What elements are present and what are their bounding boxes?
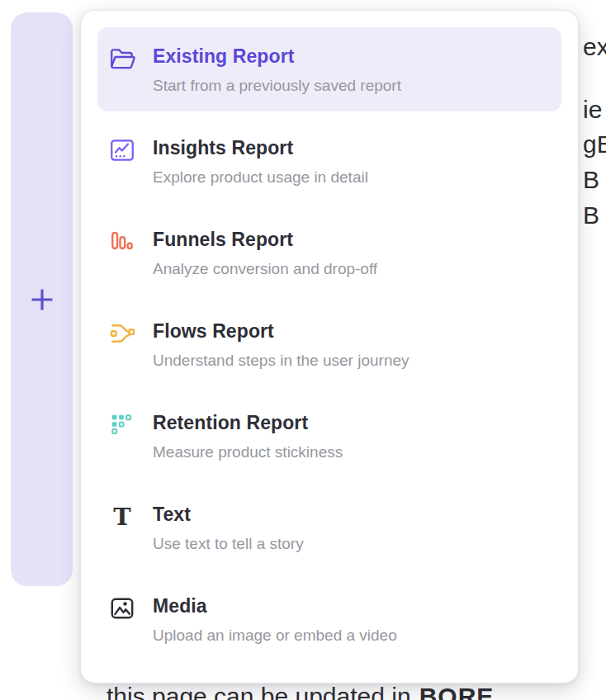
media-image-icon <box>108 594 136 622</box>
svg-text:T: T <box>113 503 131 531</box>
menu-item-subtitle: Start from a previously saved report <box>153 75 401 97</box>
text-icon: T <box>108 503 136 531</box>
menu-item-funnels-report[interactable]: Funnels Report Analyze conversion and dr… <box>97 210 561 295</box>
menu-item-title: Insights Report <box>153 135 368 160</box>
menu-item-retention-report[interactable]: Retention Report Measure product stickin… <box>97 394 561 478</box>
add-report-menu: Existing Report Start from a previously … <box>80 10 579 683</box>
menu-item-title: Funnels Report <box>153 227 377 252</box>
folder-open-icon <box>108 45 136 73</box>
menu-item-subtitle: Explore product usage in detail <box>153 167 368 188</box>
retention-grid-icon <box>108 411 136 439</box>
add-card-button[interactable] <box>28 286 56 314</box>
menu-item-title: Existing Report <box>153 44 401 69</box>
menu-item-subtitle: Use text to tell a story <box>153 533 304 555</box>
bg-fragment: B <box>583 168 599 192</box>
flows-icon <box>108 319 136 348</box>
bg-bottom-text: this page can be updated in <box>107 683 411 700</box>
menu-item-flows-report[interactable]: Flows Report Understand steps in the use… <box>97 302 561 386</box>
funnel-bars-icon <box>108 228 136 256</box>
menu-item-title: Media <box>153 594 397 618</box>
menu-item-subtitle: Measure product stickiness <box>153 442 343 463</box>
bg-fragment: gB <box>583 132 606 157</box>
menu-item-insights-report[interactable]: Insights Report Explore product usage in… <box>97 119 561 203</box>
bg-fragment: B <box>583 203 599 228</box>
insights-chart-icon <box>108 136 136 164</box>
menu-item-subtitle: Analyze conversion and drop-off <box>153 258 377 280</box>
menu-item-text[interactable]: T Text Use text to tell a story <box>97 485 561 570</box>
bg-bottom-text-bold: BORE <box>419 683 495 700</box>
menu-item-title: Flows Report <box>153 319 410 343</box>
bg-fragment: ie <box>583 97 602 122</box>
add-card-sidebar <box>11 12 73 586</box>
bg-fragment: ex <box>583 35 606 59</box>
plus-icon <box>29 286 55 313</box>
menu-item-subtitle: Upload an image or embed a video <box>153 625 397 646</box>
background-text-right-fragments: ex ie gB B B <box>583 0 606 330</box>
menu-item-title: Text <box>153 502 304 527</box>
menu-item-existing-report[interactable]: Existing Report Start from a previously … <box>97 27 561 111</box>
menu-item-title: Retention Report <box>153 410 343 435</box>
menu-item-subtitle: Understand steps in the user journey <box>153 350 410 371</box>
background-text-bottom-line: this page can be updated inBORE <box>107 684 494 700</box>
menu-item-media[interactable]: Media Upload an image or embed a video <box>97 577 561 661</box>
